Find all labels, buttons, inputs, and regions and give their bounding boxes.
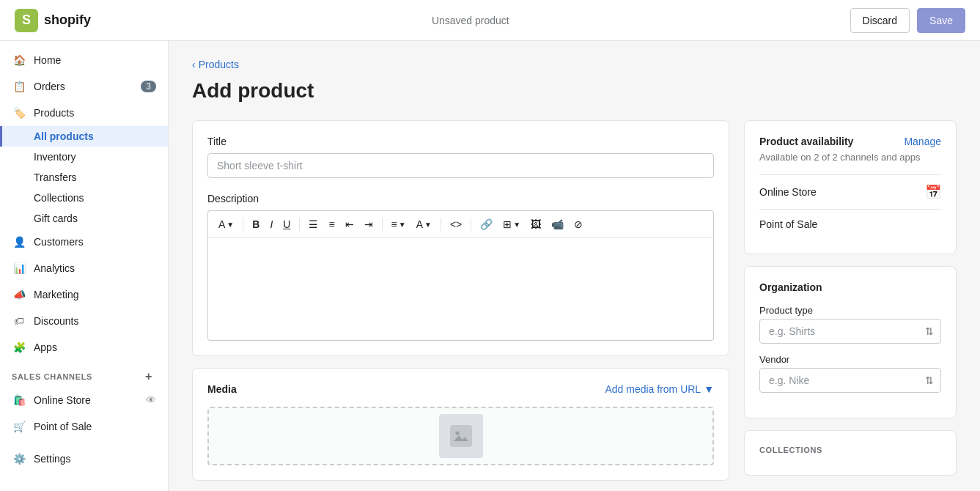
sidebar-item-customers[interactable]: 👤 Customers: [0, 229, 168, 255]
manage-link[interactable]: Manage: [904, 136, 941, 147]
toolbar-bold-button[interactable]: B: [248, 215, 264, 233]
description-section: Description A ▼ B: [207, 193, 714, 341]
vendor-select[interactable]: e.g. Nike: [759, 368, 941, 393]
discounts-icon: 🏷: [12, 314, 26, 328]
topbar-page-title: Unsaved product: [432, 15, 509, 26]
sidebar-item-point-of-sale[interactable]: 🛒 Point of Sale: [0, 413, 168, 440]
sidebar-item-orders-label: Orders: [34, 81, 65, 92]
products-subnav: All products Inventory Transfers Collect…: [0, 126, 168, 229]
sidebar-item-analytics[interactable]: 📊 Analytics: [0, 255, 168, 281]
sidebar-item-marketing-label: Marketing: [34, 289, 78, 300]
toolbar-link-icon: 🔗: [480, 218, 493, 230]
toolbar-video-icon: 📹: [551, 218, 564, 230]
media-title: Media: [207, 383, 237, 395]
toolbar-underline-button[interactable]: U: [279, 215, 295, 233]
sidebar-item-home[interactable]: 🏠 Home: [0, 47, 168, 73]
sidebar-item-all-products[interactable]: All products: [0, 126, 168, 147]
toolbar-code-label: <>: [450, 218, 462, 230]
toolbar-color-button[interactable]: A ▼: [412, 215, 436, 233]
sidebar-item-discounts[interactable]: 🏷 Discounts: [0, 308, 168, 334]
toolbar-link-button[interactable]: 🔗: [476, 215, 497, 233]
collections-section: COLLECTIONS: [744, 430, 957, 476]
toolbar-indent-right-icon: ⇥: [364, 218, 373, 230]
toolbar-align-button[interactable]: ≡ ▼: [387, 215, 410, 233]
toolbar-block-button[interactable]: ⊘: [570, 215, 587, 233]
save-button[interactable]: Save: [917, 8, 965, 33]
add-media-button[interactable]: Add media from URL ▼: [605, 383, 714, 395]
settings-icon: ⚙️: [12, 451, 26, 466]
discard-button[interactable]: Discard: [850, 8, 910, 33]
svg-rect-0: [450, 425, 472, 447]
toolbar-ol-button[interactable]: ≡: [324, 215, 339, 233]
online-store-eye-icon: 👁: [146, 394, 156, 406]
topbar-left: S shopify: [15, 9, 91, 32]
toolbar-align-dropdown-icon: ▼: [399, 221, 406, 229]
toolbar-code-button[interactable]: <>: [446, 215, 466, 233]
sidebar-item-collections[interactable]: Collections: [0, 188, 168, 208]
online-store-icon: 🛍️: [12, 393, 26, 407]
sidebar-item-products[interactable]: 🏷️ Products: [0, 100, 168, 126]
calendar-icon[interactable]: 📅: [925, 184, 941, 200]
sidebar-item-inventory[interactable]: Inventory: [0, 147, 168, 167]
sidebar-item-transfers[interactable]: Transfers: [0, 167, 168, 188]
sidebar-item-marketing[interactable]: 📣 Marketing: [0, 281, 168, 308]
media-placeholder-icon: [450, 425, 472, 447]
all-products-label: All products: [34, 130, 94, 142]
page-title: Add product: [192, 79, 957, 103]
toolbar-underline-label: U: [283, 218, 290, 230]
toolbar-ul-icon: ☰: [309, 218, 318, 230]
toolbar-table-dropdown-icon: ▼: [513, 221, 520, 229]
main-content: ‹ Products Add product Title Description: [169, 41, 980, 491]
breadcrumb[interactable]: ‹ Products: [192, 59, 957, 70]
settings-label: Settings: [34, 453, 71, 465]
shopify-logo-text: shopify: [44, 12, 91, 28]
description-label: Description: [207, 193, 714, 204]
toolbar-indent-right-button[interactable]: ⇥: [360, 215, 377, 233]
topbar-actions: Discard Save: [850, 8, 965, 33]
customers-icon: 👤: [12, 235, 26, 249]
toolbar-italic-button[interactable]: I: [265, 215, 277, 233]
toolbar-block-icon: ⊘: [574, 218, 583, 230]
toolbar-font-dropdown-icon: ▼: [226, 221, 234, 229]
sidebar-item-orders[interactable]: 📋 Orders 3: [0, 73, 168, 100]
channel-name-online-store: Online Store: [759, 186, 817, 198]
sales-channels-title: SALES CHANNELS: [12, 372, 92, 381]
collections-label: Collections: [34, 192, 84, 204]
sidebar-item-apps[interactable]: 🧩 Apps: [0, 334, 168, 361]
toolbar-indent-left-button[interactable]: ⇤: [341, 215, 358, 233]
collections-title: COLLECTIONS: [759, 446, 941, 454]
sidebar-item-home-label: Home: [34, 54, 61, 66]
sidebar-item-online-store[interactable]: 🛍️ Online Store 👁: [0, 387, 168, 413]
description-editor[interactable]: [207, 238, 714, 341]
toolbar-ul-button[interactable]: ☰: [304, 215, 323, 233]
toolbar-sep-4: [441, 218, 441, 231]
toolbar-ol-icon: ≡: [328, 218, 334, 230]
layout: 🏠 Home 📋 Orders 3 🏷️ Products All produc…: [0, 41, 980, 491]
sidebar-item-settings[interactable]: ⚙️ Settings: [0, 446, 168, 472]
channel-row-pos: Point of Sale: [759, 209, 941, 239]
toolbar-video-button[interactable]: 📹: [547, 215, 568, 233]
orders-icon: 📋: [12, 79, 26, 94]
title-card: Title Description A ▼: [192, 120, 729, 356]
add-sales-channel-button[interactable]: +: [141, 369, 156, 384]
media-drop-zone[interactable]: [207, 407, 714, 465]
sidebar-item-gift-cards[interactable]: Gift cards: [0, 208, 168, 229]
toolbar-font-button[interactable]: A ▼: [214, 215, 238, 233]
topbar: S shopify Unsaved product Discard Save: [0, 0, 980, 41]
toolbar-font-label: A: [218, 218, 225, 230]
marketing-icon: 📣: [12, 287, 26, 302]
toolbar-image-button[interactable]: 🖼: [526, 215, 545, 233]
title-input[interactable]: [207, 153, 714, 178]
home-icon: 🏠: [12, 53, 26, 67]
sidebar-item-discounts-label: Discounts: [34, 315, 78, 327]
toolbar-table-button[interactable]: ⊞ ▼: [498, 215, 525, 233]
channel-name-pos: Point of Sale: [759, 218, 817, 230]
toolbar-sep-5: [471, 218, 471, 231]
product-type-select-wrapper: e.g. Shirts ⇅: [759, 319, 941, 344]
toolbar-image-icon: 🖼: [531, 218, 541, 230]
product-type-select[interactable]: e.g. Shirts: [759, 319, 941, 344]
sidebar-item-analytics-label: Analytics: [34, 262, 75, 274]
transfers-label: Transfers: [34, 171, 77, 183]
sidebar: 🏠 Home 📋 Orders 3 🏷️ Products All produc…: [0, 41, 169, 491]
breadcrumb-label: Products: [199, 59, 239, 70]
